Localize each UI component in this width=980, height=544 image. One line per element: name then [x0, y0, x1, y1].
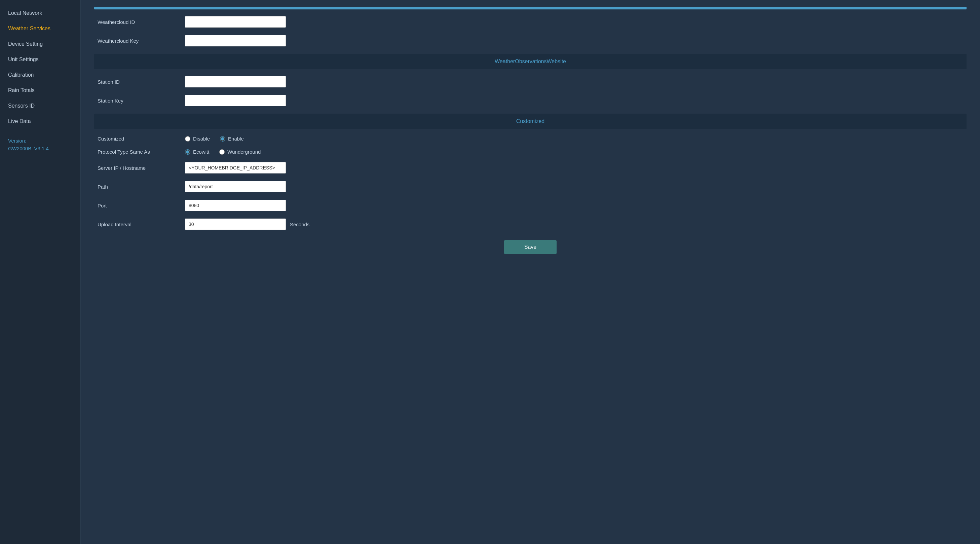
customized-enable-option[interactable]: Enable: [220, 136, 244, 142]
server-ip-label: Server IP / Hostname: [97, 165, 185, 171]
protocol-radio-group: Ecowitt Wunderground: [185, 149, 261, 155]
sidebar-item-weather-services[interactable]: Weather Services: [0, 21, 80, 36]
upload-interval-label: Upload Interval: [97, 221, 185, 227]
station-id-input[interactable]: [185, 76, 286, 87]
station-id-label: Station ID: [97, 79, 185, 85]
station-key-row: Station Key: [94, 95, 967, 106]
upload-interval-row: Upload Interval Seconds: [94, 218, 967, 230]
protocol-type-label: Protocol Type Same As: [97, 149, 185, 155]
path-label: Path: [97, 184, 185, 189]
customized-disable-radio[interactable]: [185, 136, 190, 142]
sidebar-item-unit-settings[interactable]: Unit Settings: [0, 52, 80, 67]
sidebar-item-calibration[interactable]: Calibration: [0, 67, 80, 83]
protocol-ecowitt-option[interactable]: Ecowitt: [185, 149, 209, 155]
main-content: Weathercloud ID Weathercloud Key Weather…: [81, 0, 980, 544]
top-bar: [94, 7, 967, 10]
sidebar-version: Version: GW2000B_V3.1.4: [0, 129, 80, 152]
station-key-input[interactable]: [185, 95, 286, 106]
customized-radio-group: Disable Enable: [185, 136, 244, 142]
sidebar: Local Network Weather Services Device Se…: [0, 0, 81, 544]
sidebar-item-live-data[interactable]: Live Data: [0, 114, 80, 129]
path-input[interactable]: [185, 181, 286, 192]
server-ip-row: Server IP / Hostname: [94, 162, 967, 173]
protocol-wunderground-option[interactable]: Wunderground: [219, 149, 261, 155]
protocol-type-row: Protocol Type Same As Ecowitt Wundergrou…: [94, 149, 967, 155]
sidebar-item-device-setting[interactable]: Device Setting: [0, 36, 80, 52]
weathercloud-key-label: Weathercloud Key: [97, 38, 185, 44]
customized-enable-radio[interactable]: [220, 136, 225, 142]
path-row: Path: [94, 181, 967, 192]
port-label: Port: [97, 203, 185, 208]
upload-interval-suffix: Seconds: [290, 221, 309, 227]
port-row: Port: [94, 200, 967, 211]
weathercloud-id-label: Weathercloud ID: [97, 19, 185, 25]
weathercloud-id-row: Weathercloud ID: [94, 16, 967, 27]
sidebar-item-local-network[interactable]: Local Network: [0, 5, 80, 21]
sidebar-item-rain-totals[interactable]: Rain Totals: [0, 83, 80, 98]
customized-row: Customized Disable Enable: [94, 136, 967, 142]
upload-interval-input[interactable]: [185, 218, 286, 230]
server-ip-input[interactable]: [185, 162, 286, 173]
weathercloud-id-input[interactable]: [185, 16, 286, 27]
customized-section-header: Customized: [94, 114, 967, 129]
protocol-ecowitt-radio[interactable]: [185, 149, 190, 155]
weathercloud-key-row: Weathercloud Key: [94, 35, 967, 46]
station-id-row: Station ID: [94, 76, 967, 87]
customized-label: Customized: [97, 136, 185, 142]
protocol-wunderground-radio[interactable]: [219, 149, 225, 155]
customized-disable-option[interactable]: Disable: [185, 136, 210, 142]
weathercloud-key-input[interactable]: [185, 35, 286, 46]
sidebar-item-sensors-id[interactable]: Sensors ID: [0, 98, 80, 114]
port-input[interactable]: [185, 200, 286, 211]
wow-section-header: WeatherObservationsWebsite: [94, 54, 967, 69]
save-button[interactable]: Save: [504, 240, 557, 254]
station-key-label: Station Key: [97, 98, 185, 103]
